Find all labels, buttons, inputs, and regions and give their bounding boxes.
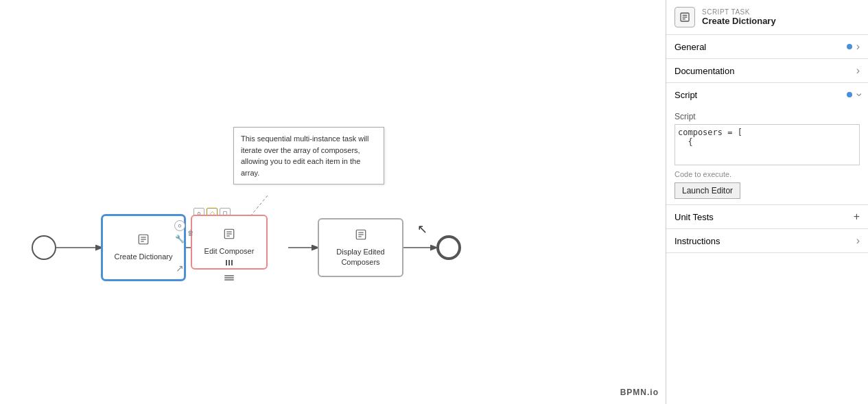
panel-title: Create Dictionary (702, 16, 776, 26)
bpmn-watermark: BPMN.io (620, 388, 659, 397)
general-dot (847, 44, 852, 49)
general-chevron (856, 40, 860, 53)
panel-subtitle: SCRIPT TASK (702, 8, 776, 16)
create-dictionary-task[interactable]: Create Dictionary (102, 215, 185, 281)
launch-editor-button[interactable]: Launch Editor (675, 182, 740, 199)
right-panel: SCRIPT TASK Create Dictionary General Do… (666, 0, 868, 404)
display-edited-icon (355, 228, 367, 244)
display-edited-label: Display Edited Composers (319, 247, 402, 267)
script-textarea[interactable] (675, 124, 860, 165)
bpmn-canvas: Create Dictionary ○ ◇ □ Edit Composer (0, 0, 666, 404)
wrench-icon[interactable]: 🔧 (174, 233, 185, 244)
left-circle-icon[interactable]: ○ (174, 220, 185, 231)
add-unit-test-button[interactable]: + (854, 211, 860, 223)
general-section[interactable]: General (666, 35, 868, 59)
start-event[interactable] (32, 235, 56, 260)
general-left: General (675, 42, 706, 52)
script-sub-label: Script (675, 112, 860, 121)
svg-line-4 (250, 195, 268, 216)
script-section-label: Script (675, 90, 697, 100)
instructions-label: Instructions (675, 236, 720, 246)
display-edited-task[interactable]: Display Edited Composers (318, 218, 403, 277)
script-section: Script Script Code to execute. Launch Ed… (666, 83, 868, 205)
create-dictionary-label: Create Dictionary (115, 252, 173, 261)
script-chevron (856, 88, 860, 101)
panel-header: SCRIPT TASK Create Dictionary (666, 0, 868, 35)
documentation-left: Documentation (675, 66, 734, 76)
code-hint: Code to execute. (675, 170, 860, 178)
edit-composer-task[interactable]: Edit Composer (191, 215, 268, 270)
edit-composer-label: Edit Composer (204, 246, 255, 256)
script-section-header[interactable]: Script (666, 83, 868, 106)
cursor: ↖ (417, 222, 427, 237)
script-dot (847, 92, 852, 97)
panel-header-icon (675, 7, 695, 27)
instructions-chevron (856, 235, 860, 247)
trash-icon[interactable]: 🗑 (185, 227, 196, 238)
unit-tests-label: Unit Tests (675, 212, 714, 222)
unit-tests-section[interactable]: Unit Tests + (666, 205, 868, 229)
menu-icon[interactable] (224, 275, 234, 281)
tooltip-text: This sequential multi-instance task will… (241, 134, 368, 177)
documentation-label: Documentation (675, 66, 734, 76)
script-content: Script Code to execute. Launch Editor (666, 106, 868, 204)
edit-composer-icon (223, 228, 235, 243)
panel-header-text: SCRIPT TASK Create Dictionary (702, 8, 776, 26)
arrow-expand-icon[interactable]: ↗ (176, 263, 184, 274)
tooltip-box: This sequential multi-instance task will… (233, 127, 384, 185)
general-label: General (675, 42, 706, 52)
script-task-icon (137, 233, 150, 249)
documentation-chevron (856, 64, 860, 77)
instructions-left: Instructions (675, 236, 720, 246)
instructions-section[interactable]: Instructions (666, 229, 868, 253)
end-event[interactable] (436, 235, 461, 260)
documentation-section[interactable]: Documentation (666, 59, 868, 83)
